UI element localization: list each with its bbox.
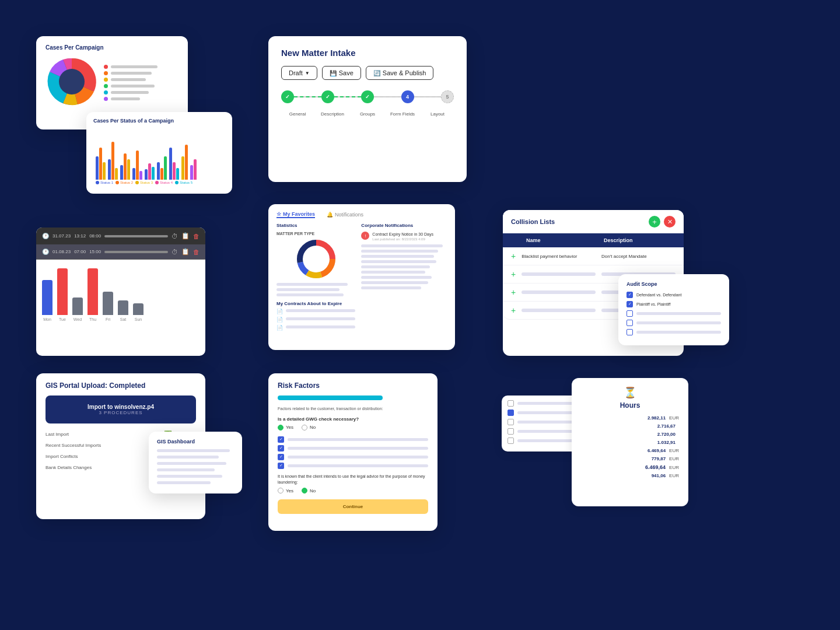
copy-icon-0[interactable]: ⏱ [172,233,178,240]
week-bar-tue: Tue [57,268,68,321]
audit-placeholder-2 [636,312,721,315]
bar-group-0 [96,148,106,180]
audit-check-1[interactable] [626,301,633,307]
audit-placeholder-3 [636,321,721,324]
pie-legend-items [104,65,158,101]
add-row-0[interactable]: + [511,251,516,261]
add-row-3[interactable]: + [511,306,516,315]
checkbox-2[interactable]: ✓ [278,454,284,460]
collision-row-0: + Blacklist payment behavior Don't accep… [503,247,684,265]
notifications-section-title: Corporate Notifications [361,223,447,228]
contracts-section: My Contracts About to Expire 📄 📄 📄 [276,301,355,331]
checkbox-0[interactable]: ✓ [278,436,284,443]
save-publish-button[interactable]: 🔄 Save & Publish [366,66,434,80]
save-button[interactable]: 💾 Save [322,66,361,80]
dashboard-header: ☆ My Favorites 🔔 Notifications [276,211,447,218]
bar-6-1 [173,162,176,180]
contract-icon-2: 📄 [276,325,283,331]
step-label-3: Form Fields [386,111,419,117]
bar-6-2 [176,168,179,180]
pie-chart-container [46,55,98,110]
radio-no-circle-1 [302,488,307,494]
gis-label-0: Last Import [46,432,69,437]
hours-checkbox-2[interactable] [508,419,514,425]
bar-1-2 [115,168,118,180]
step-label-1: Description [316,111,349,117]
clock-icon-header: 🕐 [42,233,49,239]
week-bar-fri: Fri [103,292,113,321]
bar-0-2 [103,162,106,180]
calendar-icon-0[interactable]: 📋 [181,232,190,240]
step-4-circle: 4 [401,90,414,103]
calendar-icon-1[interactable]: 📋 [181,248,190,256]
tab-notifications[interactable]: 🔔 Notifications [327,211,363,218]
gis-import-text: Import to winsolvenz.p4 [54,404,188,410]
legend-item-5 [104,97,158,101]
radio-yes-label-1: Yes [286,488,293,494]
notification-dot-0: ! [361,232,369,240]
checkbox-3[interactable]: ✓ [278,463,284,469]
legend-line-1 [111,72,152,75]
my-favorites-label: My Favorites [283,211,315,217]
radio-no-1[interactable]: No [302,488,316,494]
bar-thu [88,268,98,315]
gis-import-box: Import to winsolvenz.p4 3 PROCEDURES [46,396,196,424]
check-row-0: ✓ [278,436,428,443]
bar-5-1 [160,168,163,180]
radio-yes-0[interactable]: Yes [278,425,293,430]
bar-3-0 [132,168,135,180]
notif-line-5 [361,271,425,274]
audit-check-3[interactable] [626,320,633,326]
step-label-2: Groups [351,111,384,117]
tab-my-favorites[interactable]: ☆ My Favorites [276,211,315,218]
close-collision-button[interactable]: ✕ [664,216,676,228]
bell-icon: 🔔 [327,212,333,218]
step-line-4 [414,96,442,97]
label-fri: Fri [106,317,110,321]
bar-sun [133,303,144,315]
bar-group-2 [120,153,130,180]
draft-chevron-icon: ▼ [305,71,310,76]
risk-title: Risk Factors [278,382,428,390]
add-collision-button[interactable]: + [649,216,660,228]
legend-line-3 [111,85,155,88]
check-line-1 [288,447,428,450]
label-wed: Wed [74,317,82,321]
tracker-header: 🕐 31.07.23 13:12 08:00 ⏱ 📋 🗑 [36,228,205,244]
gis-dash-line-1 [157,456,219,459]
check-line-2 [288,456,428,459]
audit-scope-title: Audit Scope [626,281,721,287]
step-line-1 [294,96,321,97]
check-row-3: ✓ [278,463,428,469]
hours-checkbox-0[interactable] [508,400,514,407]
audit-check-4[interactable] [626,329,633,335]
week-bar-wed: Wed [72,298,83,321]
dashboard-left: Statistics MATTER PER TYPE My Contracts … [276,223,355,333]
time-tracker-card: 🕐 31.07.23 13:12 08:00 ⏱ 📋 🗑 🕐 01.08.23 … [36,228,205,356]
delete-icon-0[interactable]: 🗑 [193,233,200,240]
check-line-3 [288,464,428,467]
radio-yes-1[interactable]: Yes [278,488,293,494]
checkbox-1[interactable]: ✓ [278,445,284,452]
audit-check-2[interactable] [626,310,633,317]
hours-checkbox-1[interactable] [508,410,514,416]
hours-checkbox-4[interactable] [508,438,514,444]
collision-placeholder-name-3 [522,309,596,312]
draft-button[interactable]: Draft ▼ [281,66,317,80]
risk-factors-card: Risk Factors Factors related to the cust… [268,373,438,531]
bar-2-0 [120,165,123,180]
statistics-title: Statistics [276,223,355,228]
bar-8-0 [190,165,193,180]
audit-check-0[interactable] [626,292,633,298]
save-disk-icon: 💾 [330,70,337,76]
step-line-2 [334,96,362,97]
add-row-2[interactable]: + [511,288,516,297]
add-row-1[interactable]: + [511,270,516,279]
hours-checkbox-3[interactable] [508,428,514,435]
copy-icon-1[interactable]: ⏱ [172,249,178,256]
delete-icon-1[interactable]: 🗑 [193,249,200,256]
risk-continue-button[interactable]: Continue [278,499,428,514]
gis-dash-line-5 [157,481,211,484]
radio-no-0[interactable]: No [302,425,316,430]
hours-amount-6: 6.469,64 [631,464,666,470]
